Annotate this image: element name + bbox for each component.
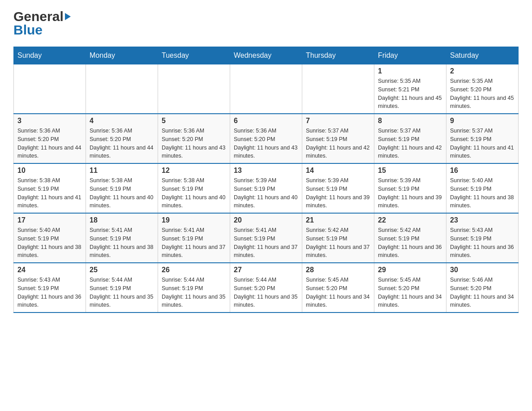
calendar-cell: 28Sunrise: 5:45 AMSunset: 5:20 PMDayligh…	[302, 263, 374, 313]
calendar-cell: 16Sunrise: 5:40 AMSunset: 5:19 PMDayligh…	[446, 163, 519, 213]
calendar-cell	[230, 64, 302, 114]
calendar-cell: 21Sunrise: 5:42 AMSunset: 5:19 PMDayligh…	[302, 213, 374, 263]
day-number: 30	[450, 266, 515, 274]
header-tuesday: Tuesday	[158, 47, 230, 64]
calendar-cell: 8Sunrise: 5:37 AMSunset: 5:19 PMDaylight…	[374, 114, 446, 163]
sun-info: Sunrise: 5:37 AMSunset: 5:19 PMDaylight:…	[306, 127, 370, 160]
day-number: 14	[306, 167, 370, 175]
day-number: 10	[17, 167, 82, 175]
calendar-cell: 11Sunrise: 5:38 AMSunset: 5:19 PMDayligh…	[86, 163, 158, 213]
sun-info: Sunrise: 5:46 AMSunset: 5:20 PMDaylight:…	[450, 276, 515, 309]
header-friday: Friday	[374, 47, 446, 64]
calendar-cell: 4Sunrise: 5:36 AMSunset: 5:20 PMDaylight…	[86, 114, 158, 163]
header-wednesday: Wednesday	[230, 47, 302, 64]
day-number: 17	[17, 216, 82, 224]
day-number: 29	[378, 266, 442, 274]
sun-info: Sunrise: 5:44 AMSunset: 5:19 PMDaylight:…	[90, 276, 154, 309]
sun-info: Sunrise: 5:41 AMSunset: 5:19 PMDaylight:…	[234, 226, 298, 260]
calendar-cell: 1Sunrise: 5:35 AMSunset: 5:21 PMDaylight…	[374, 64, 446, 114]
calendar-cell	[86, 64, 158, 114]
day-number: 8	[378, 117, 442, 125]
day-number: 25	[90, 266, 154, 274]
calendar-cell: 24Sunrise: 5:43 AMSunset: 5:19 PMDayligh…	[14, 263, 86, 313]
calendar-cell: 25Sunrise: 5:44 AMSunset: 5:19 PMDayligh…	[86, 263, 158, 313]
sun-info: Sunrise: 5:45 AMSunset: 5:20 PMDaylight:…	[378, 276, 442, 309]
calendar-cell	[158, 64, 230, 114]
header-sunday: Sunday	[14, 47, 86, 64]
sun-info: Sunrise: 5:39 AMSunset: 5:19 PMDaylight:…	[306, 176, 370, 210]
day-number: 18	[90, 216, 154, 224]
page-header: General Blue	[13, 9, 519, 38]
sun-info: Sunrise: 5:40 AMSunset: 5:19 PMDaylight:…	[17, 226, 82, 260]
sun-info: Sunrise: 5:43 AMSunset: 5:19 PMDaylight:…	[450, 226, 515, 260]
day-number: 11	[90, 167, 154, 175]
day-number: 21	[306, 216, 370, 224]
calendar-cell: 13Sunrise: 5:39 AMSunset: 5:19 PMDayligh…	[230, 163, 302, 213]
calendar-cell: 26Sunrise: 5:44 AMSunset: 5:19 PMDayligh…	[158, 263, 230, 313]
sun-info: Sunrise: 5:44 AMSunset: 5:19 PMDaylight:…	[162, 276, 226, 309]
calendar-cell: 9Sunrise: 5:37 AMSunset: 5:19 PMDaylight…	[446, 114, 519, 163]
calendar-cell: 2Sunrise: 5:35 AMSunset: 5:20 PMDaylight…	[446, 64, 519, 114]
sun-info: Sunrise: 5:39 AMSunset: 5:19 PMDaylight:…	[234, 176, 298, 210]
sun-info: Sunrise: 5:35 AMSunset: 5:20 PMDaylight:…	[450, 77, 515, 111]
sun-info: Sunrise: 5:39 AMSunset: 5:19 PMDaylight:…	[378, 176, 442, 210]
calendar-cell	[302, 64, 374, 114]
day-number: 4	[90, 117, 154, 125]
day-number: 2	[450, 67, 515, 75]
day-number: 26	[162, 266, 226, 274]
day-number: 24	[17, 266, 82, 274]
calendar-cell: 12Sunrise: 5:38 AMSunset: 5:19 PMDayligh…	[158, 163, 230, 213]
calendar-cell: 23Sunrise: 5:43 AMSunset: 5:19 PMDayligh…	[446, 213, 519, 263]
day-number: 13	[234, 167, 298, 175]
calendar-header-row: SundayMondayTuesdayWednesdayThursdayFrid…	[14, 47, 519, 64]
header-saturday: Saturday	[446, 47, 519, 64]
day-number: 15	[378, 167, 442, 175]
day-number: 27	[234, 266, 298, 274]
calendar-cell: 10Sunrise: 5:38 AMSunset: 5:19 PMDayligh…	[14, 163, 86, 213]
sun-info: Sunrise: 5:36 AMSunset: 5:20 PMDaylight:…	[90, 127, 154, 160]
calendar-cell: 5Sunrise: 5:36 AMSunset: 5:20 PMDaylight…	[158, 114, 230, 163]
day-number: 19	[162, 216, 226, 224]
calendar-cell: 18Sunrise: 5:41 AMSunset: 5:19 PMDayligh…	[86, 213, 158, 263]
sun-info: Sunrise: 5:36 AMSunset: 5:20 PMDaylight:…	[234, 127, 298, 160]
day-number: 12	[162, 167, 226, 175]
sun-info: Sunrise: 5:42 AMSunset: 5:19 PMDaylight:…	[378, 226, 442, 260]
calendar-cell: 14Sunrise: 5:39 AMSunset: 5:19 PMDayligh…	[302, 163, 374, 213]
sun-info: Sunrise: 5:45 AMSunset: 5:20 PMDaylight:…	[306, 276, 370, 309]
day-number: 22	[378, 216, 442, 224]
logo-blue: Blue	[13, 22, 43, 38]
sun-info: Sunrise: 5:36 AMSunset: 5:20 PMDaylight:…	[162, 127, 226, 160]
day-number: 7	[306, 117, 370, 125]
calendar-table: SundayMondayTuesdayWednesdayThursdayFrid…	[13, 47, 519, 313]
calendar-week-row: 24Sunrise: 5:43 AMSunset: 5:19 PMDayligh…	[14, 263, 519, 313]
sun-info: Sunrise: 5:40 AMSunset: 5:19 PMDaylight:…	[450, 176, 515, 210]
day-number: 5	[162, 117, 226, 125]
calendar-cell: 27Sunrise: 5:44 AMSunset: 5:20 PMDayligh…	[230, 263, 302, 313]
sun-info: Sunrise: 5:38 AMSunset: 5:19 PMDaylight:…	[17, 176, 82, 210]
day-number: 20	[234, 216, 298, 224]
sun-info: Sunrise: 5:41 AMSunset: 5:19 PMDaylight:…	[90, 226, 154, 260]
calendar-cell: 3Sunrise: 5:36 AMSunset: 5:20 PMDaylight…	[14, 114, 86, 163]
calendar-cell: 19Sunrise: 5:41 AMSunset: 5:19 PMDayligh…	[158, 213, 230, 263]
day-number: 3	[17, 117, 82, 125]
header-thursday: Thursday	[302, 47, 374, 64]
calendar-cell: 15Sunrise: 5:39 AMSunset: 5:19 PMDayligh…	[374, 163, 446, 213]
calendar-cell: 30Sunrise: 5:46 AMSunset: 5:20 PMDayligh…	[446, 263, 519, 313]
day-number: 23	[450, 216, 515, 224]
calendar-cell: 29Sunrise: 5:45 AMSunset: 5:20 PMDayligh…	[374, 263, 446, 313]
day-number: 16	[450, 167, 515, 175]
calendar-cell: 22Sunrise: 5:42 AMSunset: 5:19 PMDayligh…	[374, 213, 446, 263]
calendar-cell: 20Sunrise: 5:41 AMSunset: 5:19 PMDayligh…	[230, 213, 302, 263]
day-number: 9	[450, 117, 515, 125]
sun-info: Sunrise: 5:43 AMSunset: 5:19 PMDaylight:…	[17, 276, 82, 309]
day-number: 28	[306, 266, 370, 274]
logo: General Blue	[13, 9, 71, 38]
header-monday: Monday	[86, 47, 158, 64]
sun-info: Sunrise: 5:37 AMSunset: 5:19 PMDaylight:…	[450, 127, 515, 160]
sun-info: Sunrise: 5:38 AMSunset: 5:19 PMDaylight:…	[162, 176, 226, 210]
logo-general: General	[13, 9, 64, 24]
calendar-week-row: 10Sunrise: 5:38 AMSunset: 5:19 PMDayligh…	[14, 163, 519, 213]
calendar-week-row: 17Sunrise: 5:40 AMSunset: 5:19 PMDayligh…	[14, 213, 519, 263]
sun-info: Sunrise: 5:37 AMSunset: 5:19 PMDaylight:…	[378, 127, 442, 160]
calendar-cell: 6Sunrise: 5:36 AMSunset: 5:20 PMDaylight…	[230, 114, 302, 163]
